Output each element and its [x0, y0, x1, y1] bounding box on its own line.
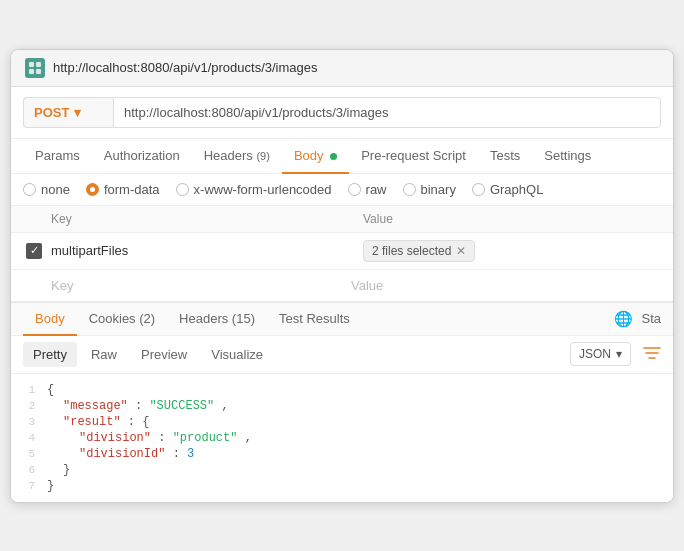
row-key[interactable]: multipartFiles: [51, 243, 363, 258]
resp-tab-preview[interactable]: Preview: [131, 342, 197, 367]
bottom-tabs: Body Cookies (2) Headers (15) Test Resul…: [11, 303, 673, 336]
response-toolbar: Pretty Raw Preview Visualize JSON ▾: [11, 336, 673, 374]
bottom-tab-testresults[interactable]: Test Results: [267, 303, 362, 336]
code-line-6: 6 }: [11, 462, 673, 478]
radio-graphql[interactable]: GraphQL: [472, 182, 543, 197]
code-line-2: 2 "message" : "SUCCESS" ,: [11, 398, 673, 414]
radio-none-circle: [23, 183, 36, 196]
table-row: ✓ multipartFiles 2 files selected ✕: [11, 233, 673, 270]
url-input[interactable]: [113, 97, 661, 128]
row-checkbox: ✓: [26, 243, 42, 259]
radio-none[interactable]: none: [23, 182, 70, 197]
radio-raw-circle: [348, 183, 361, 196]
empty-key-placeholder[interactable]: Key: [51, 278, 351, 293]
files-badge[interactable]: 2 files selected ✕: [363, 240, 475, 262]
method-label: POST: [34, 105, 69, 120]
files-close-icon[interactable]: ✕: [456, 244, 466, 258]
tab-settings[interactable]: Settings: [532, 139, 603, 174]
bottom-tab-right: 🌐 Sta: [614, 310, 661, 328]
svg-rect-0: [29, 62, 34, 67]
code-line-1: 1 {: [11, 382, 673, 398]
filter-icon[interactable]: [643, 345, 661, 364]
request-bar: POST ▾: [11, 87, 673, 139]
bottom-tab-headers[interactable]: Headers (15): [167, 303, 267, 336]
params-table: Key Value ✓ multipartFiles 2 files selec…: [11, 206, 673, 301]
svg-rect-3: [36, 69, 41, 74]
code-area: 1 { 2 "message" : "SUCCESS" , 3 "result": [11, 374, 673, 502]
empty-value-placeholder: Value: [351, 278, 661, 293]
top-tabs: Params Authorization Headers (9) Body Pr…: [11, 139, 673, 174]
tab-authorization[interactable]: Authorization: [92, 139, 192, 174]
row-checkbox-wrap[interactable]: ✓: [23, 240, 45, 262]
files-count: 2 files selected: [372, 244, 451, 258]
method-chevron: ▾: [74, 105, 81, 120]
radio-raw[interactable]: raw: [348, 182, 387, 197]
resp-tab-raw[interactable]: Raw: [81, 342, 127, 367]
row-value-cell: 2 files selected ✕: [363, 240, 661, 262]
resp-tab-visualize[interactable]: Visualize: [201, 342, 273, 367]
tab-prerequest[interactable]: Pre-request Script: [349, 139, 478, 174]
title-bar: http://localhost:8080/api/v1/products/3/…: [11, 50, 673, 87]
radio-binary-circle: [403, 183, 416, 196]
empty-row: Key Value: [11, 270, 673, 301]
bottom-tab-body[interactable]: Body: [23, 303, 77, 336]
radio-formdata-circle: [86, 183, 99, 196]
table-header: Key Value: [11, 206, 673, 233]
tab-tests[interactable]: Tests: [478, 139, 532, 174]
code-line-4: 4 "division" : "product" ,: [11, 430, 673, 446]
status-text: Sta: [641, 311, 661, 326]
json-format-selector[interactable]: JSON ▾: [570, 342, 631, 366]
col-key-header: Key: [23, 212, 363, 226]
app-icon: [25, 58, 45, 78]
resp-tab-pretty[interactable]: Pretty: [23, 342, 77, 367]
radio-graphql-circle: [472, 183, 485, 196]
radio-formdata[interactable]: form-data: [86, 182, 160, 197]
tab-params[interactable]: Params: [23, 139, 92, 174]
globe-icon: 🌐: [614, 310, 633, 328]
radio-urlencoded[interactable]: x-www-form-urlencoded: [176, 182, 332, 197]
main-window: http://localhost:8080/api/v1/products/3/…: [10, 49, 674, 503]
col-value-header: Value: [363, 212, 661, 226]
code-line-3: 3 "result" : {: [11, 414, 673, 430]
title-url: http://localhost:8080/api/v1/products/3/…: [53, 60, 318, 75]
tab-body[interactable]: Body: [282, 139, 349, 174]
svg-rect-1: [36, 62, 41, 67]
svg-rect-2: [29, 69, 34, 74]
radio-urlencoded-circle: [176, 183, 189, 196]
body-dot: [330, 153, 337, 160]
method-select[interactable]: POST ▾: [23, 97, 113, 128]
code-line-5: 5 "divisionId" : 3: [11, 446, 673, 462]
radio-binary[interactable]: binary: [403, 182, 456, 197]
tab-headers[interactable]: Headers (9): [192, 139, 282, 174]
json-chevron: ▾: [616, 347, 622, 361]
headers-badge: (9): [256, 150, 269, 162]
response-section: Body Cookies (2) Headers (15) Test Resul…: [11, 301, 673, 502]
code-line-7: 7 }: [11, 478, 673, 494]
body-type-row: none form-data x-www-form-urlencoded raw…: [11, 174, 673, 206]
bottom-tab-cookies[interactable]: Cookies (2): [77, 303, 167, 336]
